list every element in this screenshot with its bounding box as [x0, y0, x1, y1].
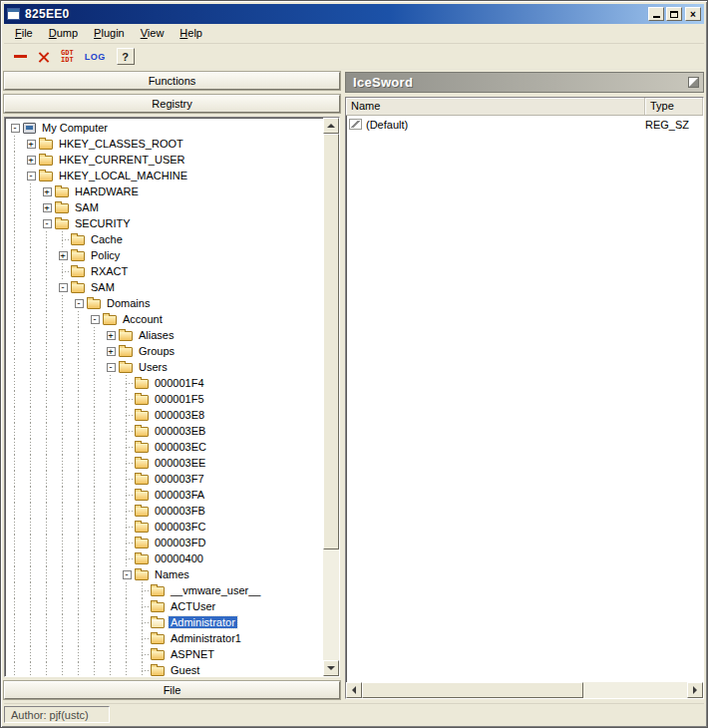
vertical-scroll-thumb[interactable] — [323, 134, 339, 549]
tree-node-label[interactable]: 000003EB — [153, 425, 207, 437]
horizontal-scroll-track[interactable] — [362, 682, 687, 698]
tree-node-label[interactable]: SAM — [73, 201, 101, 213]
column-header-name[interactable]: Name — [346, 98, 645, 115]
tree-node[interactable]: 000003FC — [7, 519, 323, 535]
tree-node-label[interactable]: 000003EC — [153, 441, 208, 453]
expander-cell[interactable]: - — [55, 279, 71, 295]
tree-node-label[interactable]: Domains — [105, 297, 152, 309]
tree-node[interactable]: -SAM — [7, 279, 323, 295]
tree-node-label[interactable]: 000001F4 — [153, 377, 206, 389]
tree-node[interactable]: Administrator1 — [7, 630, 323, 646]
expander-cell[interactable]: - — [71, 295, 87, 311]
expander-cell[interactable]: - — [87, 311, 103, 327]
tree-node[interactable]: +Policy — [7, 247, 323, 263]
tree-node-label[interactable]: HARDWARE — [73, 185, 141, 197]
tree-node-label[interactable]: HKEY_CURRENT_USER — [57, 154, 187, 166]
tree-node-label[interactable]: 000003F7 — [153, 473, 206, 485]
tree-node[interactable]: +HKEY_CURRENT_USER — [7, 152, 323, 168]
tree-node[interactable]: Administrator — [7, 614, 323, 630]
tree-node[interactable]: -SECURITY — [7, 215, 323, 231]
tree-node[interactable]: +HARDWARE — [7, 183, 323, 199]
tree-node[interactable]: 00000400 — [7, 550, 323, 566]
expander-cell[interactable]: + — [23, 136, 39, 152]
gdt-idt-button[interactable]: GDT IDT — [61, 50, 74, 64]
tree-node-label[interactable]: SECURITY — [73, 217, 133, 229]
expander-cell[interactable]: + — [39, 199, 55, 215]
tree-node[interactable]: 000003F7 — [7, 471, 323, 487]
collapse-icon[interactable]: - — [107, 363, 116, 372]
tree-node-label[interactable]: Policy — [89, 249, 122, 261]
value-row[interactable]: (Default)REG_SZ — [346, 116, 703, 133]
minimize-button[interactable] — [648, 7, 664, 21]
expand-icon[interactable]: + — [43, 187, 52, 196]
tree-node-label[interactable]: RXACT — [89, 265, 130, 277]
menu-item-dump[interactable]: Dump — [41, 25, 86, 42]
tree-node-label[interactable]: Users — [137, 361, 170, 373]
expand-icon[interactable]: + — [43, 203, 52, 212]
tree-node-label[interactable]: My Computer — [40, 122, 110, 134]
registry-button[interactable]: Registry — [4, 95, 340, 113]
scroll-left-button[interactable] — [346, 682, 362, 698]
expander-cell[interactable]: + — [103, 327, 119, 343]
tree-vertical-scrollbar[interactable] — [323, 118, 339, 676]
tree-node[interactable]: 000001F5 — [7, 391, 323, 407]
menu-item-file[interactable]: File — [7, 25, 41, 42]
tree-node-label[interactable]: Groups — [137, 345, 177, 357]
horizontal-scrollbar[interactable] — [346, 682, 703, 698]
tree-node[interactable]: +Groups — [7, 343, 323, 359]
tree-node-label[interactable]: 00000400 — [153, 552, 205, 564]
menu-item-plugin[interactable]: Plugin — [86, 25, 133, 42]
panel-corner-icon[interactable] — [688, 77, 699, 88]
tree-node-label[interactable]: 000003FC — [153, 521, 207, 533]
tree-node-label[interactable]: Account — [121, 313, 165, 325]
tree-node-label[interactable]: 000003FD — [153, 537, 207, 548]
tree-node[interactable]: Cache — [7, 231, 323, 247]
tree-node-label[interactable]: Aliases — [137, 329, 176, 341]
expand-icon[interactable]: + — [107, 331, 116, 340]
menu-item-view[interactable]: View — [133, 25, 173, 42]
expander-cell[interactable]: - — [23, 168, 39, 183]
collapse-icon[interactable]: - — [75, 299, 84, 308]
tree-node[interactable]: -Account — [7, 311, 323, 327]
expander-cell[interactable]: - — [103, 359, 119, 375]
close-button[interactable]: × — [685, 7, 701, 21]
scroll-right-button[interactable] — [687, 682, 703, 698]
file-button[interactable]: File — [4, 681, 340, 699]
expander-cell[interactable]: - — [39, 215, 55, 231]
expander-cell[interactable]: + — [39, 183, 55, 199]
tree-node-label[interactable]: Administrator1 — [169, 632, 243, 644]
menu-item-help[interactable]: Help — [172, 25, 210, 42]
tree-node-label[interactable]: ACTUser — [169, 600, 217, 612]
tree-node[interactable]: -Users — [7, 359, 323, 375]
collapse-icon[interactable]: - — [91, 315, 100, 324]
expander-cell[interactable]: + — [103, 343, 119, 359]
tree-node[interactable]: RXACT — [7, 263, 323, 279]
tree-node-label[interactable]: 000003FA — [153, 489, 206, 501]
tree-node[interactable]: ASPNET — [7, 646, 323, 662]
tree-node[interactable]: __vmware_user__ — [7, 582, 323, 598]
tree-node-label[interactable]: SAM — [89, 281, 117, 293]
collapse-icon[interactable]: - — [11, 124, 20, 133]
collapse-icon[interactable]: - — [123, 570, 132, 579]
tree-node-label[interactable]: ASPNET — [169, 648, 216, 660]
horizontal-scroll-thumb[interactable] — [362, 682, 583, 698]
collapse-icon[interactable]: - — [59, 283, 68, 292]
tree-node-label[interactable]: Names — [153, 568, 191, 580]
tree-node[interactable]: 000003EE — [7, 455, 323, 471]
tree-node[interactable]: 000003FA — [7, 487, 323, 503]
tree-node-label[interactable]: Guest — [169, 664, 201, 676]
tree-node-label[interactable]: Administrator — [169, 616, 237, 628]
tree-node[interactable]: ACTUser — [7, 598, 323, 614]
functions-button[interactable]: Functions — [4, 72, 340, 90]
expander-cell[interactable]: - — [119, 566, 135, 582]
expand-icon[interactable]: + — [27, 140, 36, 149]
expand-icon[interactable]: + — [107, 347, 116, 356]
tree-node-label[interactable]: 000003E8 — [153, 409, 206, 421]
tree-node-label[interactable]: 000003EE — [153, 457, 207, 469]
tree-node[interactable]: 000003FD — [7, 535, 323, 550]
tree-node[interactable]: -My Computer — [7, 120, 323, 136]
expander-cell[interactable]: - — [7, 120, 23, 136]
scroll-up-button[interactable] — [323, 118, 339, 134]
tree-node[interactable]: -HKEY_LOCAL_MACHINE — [7, 168, 323, 183]
collapse-icon[interactable]: - — [27, 172, 36, 181]
